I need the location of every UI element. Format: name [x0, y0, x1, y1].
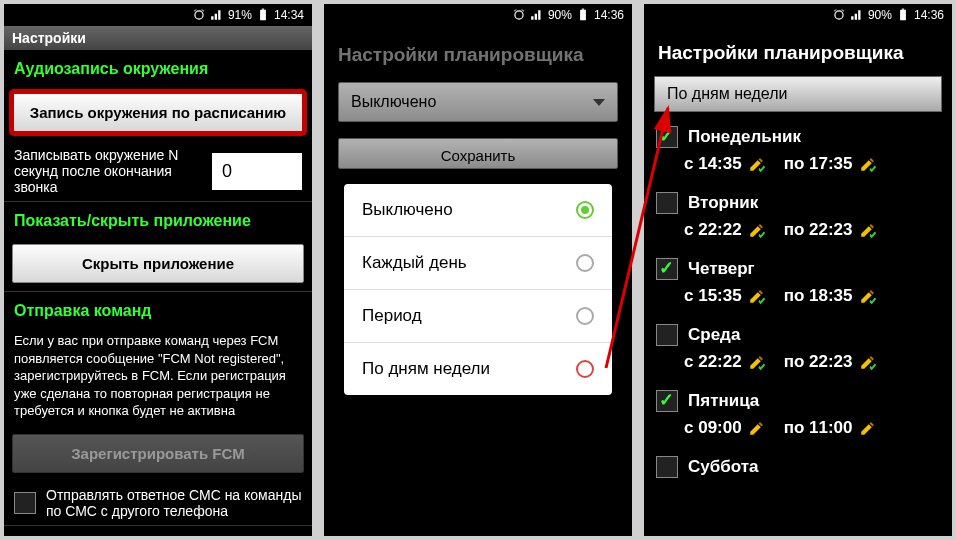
day-checkbox[interactable]: [656, 258, 678, 280]
from-time[interactable]: с 22:22: [684, 352, 766, 372]
edit-icon[interactable]: [859, 287, 877, 305]
status-bar: 91% 14:34: [4, 4, 312, 26]
clock-text: 14:34: [274, 8, 304, 22]
day-name: Вторник: [688, 193, 758, 213]
phone-right: 90% 14:36 Настройки планировщика По дням…: [644, 4, 952, 536]
from-time[interactable]: с 15:35: [684, 286, 766, 306]
edit-icon[interactable]: [748, 419, 766, 437]
option-label: По дням недели: [362, 359, 490, 379]
time-row: с 22:22 по 22:23: [654, 348, 942, 376]
sms-reply-checkbox[interactable]: [14, 492, 36, 514]
edit-icon[interactable]: [748, 287, 766, 305]
to-time[interactable]: по 22:23: [784, 352, 877, 372]
day-name: Пятница: [688, 391, 759, 411]
to-time[interactable]: по 18:35: [784, 286, 877, 306]
days-list[interactable]: Понедельник с 14:35 по 17:35 Вторник с 2…: [644, 116, 952, 484]
sms-reply-row[interactable]: Отправлять ответное СМС на команды по СМ…: [4, 481, 312, 525]
signal-icon: [850, 8, 864, 22]
page-title: Настройки планировщика: [644, 26, 952, 72]
phone-left: 91% 14:34 Настройки Аудиозапись окружени…: [4, 4, 312, 536]
day-name: Четверг: [688, 259, 755, 279]
day-group: Суббота: [644, 446, 952, 484]
to-time[interactable]: по 11:00: [784, 418, 877, 438]
section-audio-header: Аудиозапись окружения: [4, 50, 312, 84]
status-bar: 90% 14:36: [644, 4, 952, 26]
cmd-help-text: Если у вас при отправке команд через FCM…: [4, 326, 312, 426]
edit-icon[interactable]: [859, 353, 877, 371]
radio-icon: [576, 254, 594, 272]
mode-dropdown[interactable]: По дням недели: [654, 76, 942, 112]
option-everyday[interactable]: Каждый день: [344, 237, 612, 290]
day-name: Среда: [688, 325, 740, 345]
clock-text: 14:36: [594, 8, 624, 22]
time-row: с 22:22 по 22:23: [654, 216, 942, 244]
svg-rect-4: [900, 10, 906, 21]
day-header[interactable]: Среда: [654, 318, 942, 348]
day-group: Среда с 22:22 по 22:23: [644, 314, 952, 380]
edit-icon[interactable]: [859, 419, 877, 437]
day-checkbox[interactable]: [656, 324, 678, 346]
radio-icon: [576, 307, 594, 325]
battery-text: 90%: [868, 8, 892, 22]
battery-icon: [256, 8, 270, 22]
svg-rect-1: [262, 9, 264, 10]
option-period[interactable]: Период: [344, 290, 612, 343]
day-header[interactable]: Суббота: [654, 450, 942, 480]
alarm-icon: [512, 8, 526, 22]
edit-icon[interactable]: [748, 353, 766, 371]
svg-rect-0: [260, 10, 266, 21]
edit-icon[interactable]: [748, 155, 766, 173]
edit-icon[interactable]: [748, 221, 766, 239]
settings-scroll[interactable]: Аудиозапись окружения Запись окружения п…: [4, 50, 312, 536]
option-bydays[interactable]: По дням недели: [344, 343, 612, 395]
day-checkbox[interactable]: [656, 126, 678, 148]
battery-icon: [896, 8, 910, 22]
record-schedule-button[interactable]: Запись окружения по расписанию: [12, 92, 304, 133]
signal-icon: [530, 8, 544, 22]
to-time[interactable]: по 17:35: [784, 154, 877, 174]
battery-text: 90%: [548, 8, 572, 22]
edit-icon[interactable]: [859, 221, 877, 239]
option-label: Выключено: [362, 200, 453, 220]
time-row: с 15:35 по 18:35: [654, 282, 942, 310]
day-checkbox[interactable]: [656, 390, 678, 412]
day-name: Понедельник: [688, 127, 801, 147]
day-header[interactable]: Вторник: [654, 186, 942, 216]
hide-app-button[interactable]: Скрыть приложение: [12, 244, 304, 283]
from-time[interactable]: с 22:22: [684, 220, 766, 240]
section-hide-header: Показать/скрыть приложение: [4, 202, 312, 236]
day-checkbox[interactable]: [656, 192, 678, 214]
record-n-input[interactable]: 0: [212, 153, 302, 190]
section-screenshot-header: Снимки экрана: [4, 526, 312, 536]
day-header[interactable]: Пятница: [654, 384, 942, 414]
from-time[interactable]: с 09:00: [684, 418, 766, 438]
radio-icon: [576, 201, 594, 219]
battery-icon: [576, 8, 590, 22]
section-cmd-header: Отправка команд: [4, 292, 312, 326]
day-header[interactable]: Четверг: [654, 252, 942, 282]
day-group: Пятница с 09:00 по 11:00: [644, 380, 952, 446]
edit-icon[interactable]: [859, 155, 877, 173]
status-bar: 90% 14:36: [324, 4, 632, 26]
day-checkbox[interactable]: [656, 456, 678, 478]
day-group: Четверг с 15:35 по 18:35: [644, 248, 952, 314]
time-row: с 09:00 по 11:00: [654, 414, 942, 442]
day-group: Вторник с 22:22 по 22:23: [644, 182, 952, 248]
register-fcm-button[interactable]: Зарегистрировать FCM: [12, 434, 304, 473]
option-off[interactable]: Выключено: [344, 184, 612, 237]
dropdown-value: По дням недели: [667, 85, 787, 103]
phone-middle: 90% 14:36 Настройки планировщика Выключе…: [324, 4, 632, 536]
from-time[interactable]: с 14:35: [684, 154, 766, 174]
battery-text: 91%: [228, 8, 252, 22]
signal-icon: [210, 8, 224, 22]
to-time[interactable]: по 22:23: [784, 220, 877, 240]
time-row: с 14:35 по 17:35: [654, 150, 942, 178]
svg-rect-5: [902, 9, 904, 10]
clock-text: 14:36: [914, 8, 944, 22]
option-label: Каждый день: [362, 253, 467, 273]
day-name: Суббота: [688, 457, 758, 477]
alarm-icon: [192, 8, 206, 22]
day-header[interactable]: Понедельник: [654, 120, 942, 150]
record-n-label: Записывать окружение N секунд после окон…: [14, 147, 202, 195]
mode-picker-modal: Выключено Каждый день Период По дням нед…: [344, 184, 612, 395]
